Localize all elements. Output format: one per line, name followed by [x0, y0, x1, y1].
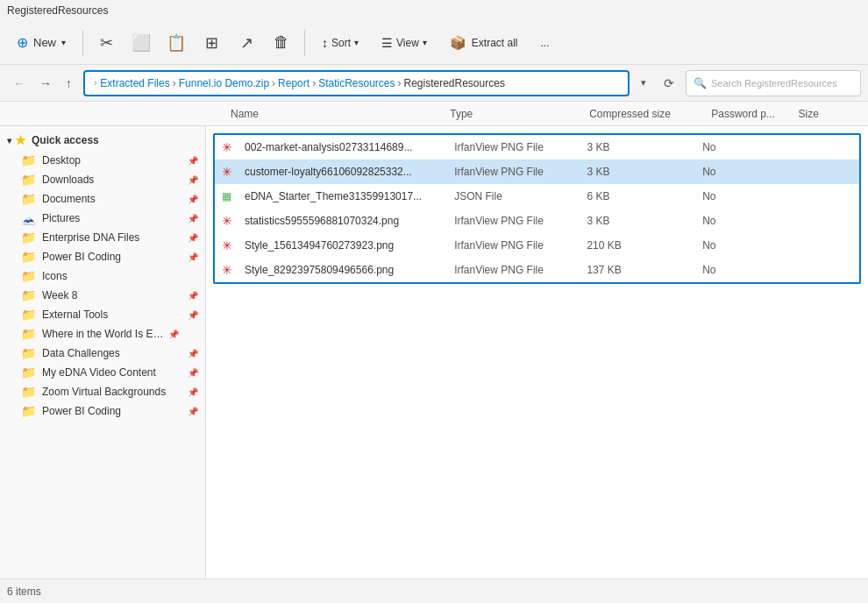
breadcrumb-zip[interactable]: Funnel.io Demo.zip: [179, 77, 269, 89]
file-name: statistics5955596881070324.png: [245, 215, 454, 227]
col-header-name[interactable]: Name: [224, 108, 450, 120]
folder-icon: 📁: [21, 192, 37, 206]
sidebar-item-enterprise-dna[interactable]: 📁 Enterprise DNA Files 📌: [0, 228, 205, 247]
breadcrumb-extracted[interactable]: Extracted Files: [100, 77, 169, 89]
folder-icon: 📁: [21, 327, 37, 341]
search-box[interactable]: 🔍 Search RegisteredResources: [686, 70, 861, 96]
breadcrumb-static[interactable]: StaticResources: [318, 77, 395, 89]
sidebar-item-desktop[interactable]: 📁 Desktop 📌: [0, 151, 205, 170]
table-row[interactable]: ✳ Style_15613494760273923.png IrfanView …: [215, 233, 859, 258]
folder-icon: 📁: [21, 365, 37, 380]
file-list-inner: ✳ 002-market-analysis02733114689... Irfa…: [213, 133, 861, 284]
breadcrumb-report[interactable]: Report: [278, 77, 309, 89]
file-name: customer-loyalty66106092825332...: [245, 166, 454, 178]
sidebar-item-documents[interactable]: 📁 Documents 📌: [0, 189, 205, 209]
sidebar-item-label: Documents: [42, 193, 184, 205]
sort-icon: ↕: [322, 36, 328, 50]
pin-icon: 📌: [188, 233, 198, 243]
share-button[interactable]: ↗: [231, 27, 262, 59]
sidebar-item-data-challenges[interactable]: 📁 Data Challenges 📌: [0, 344, 205, 363]
sidebar-item-label: My eDNA Video Content: [42, 366, 184, 379]
table-row[interactable]: ✳ 002-market-analysis02733114689... Irfa…: [215, 135, 859, 160]
table-row[interactable]: ✳ customer-loyalty66106092825332... Irfa…: [215, 160, 859, 184]
sidebar-item-label: Week 8: [42, 289, 184, 302]
file-type: IrfanView PNG File: [454, 215, 587, 227]
extract-icon: 📦: [450, 35, 466, 51]
folder-icon: 📁: [21, 404, 37, 418]
new-label: New: [33, 36, 56, 49]
sidebar-item-week8[interactable]: 📁 Week 8 📌: [0, 286, 205, 305]
pin-icon: 📌: [188, 252, 198, 262]
paste-button[interactable]: 📋: [160, 27, 192, 59]
toolbar: ⊕ New ▾ ✂ ⬜ 📋 ⊞ ↗ 🗑 ↕ Sort ▾ ☰ View ▾ 📦 …: [0, 21, 868, 65]
file-compressed-size: 210 KB: [587, 239, 702, 252]
sidebar-item-external-tools[interactable]: 📁 External Tools 📌: [0, 305, 205, 324]
file-type: IrfanView PNG File: [454, 166, 587, 178]
sidebar-item-powerbi-coding[interactable]: 📁 Power BI Coding 📌: [0, 247, 205, 266]
file-type: IrfanView PNG File: [454, 264, 587, 276]
forward-button[interactable]: →: [33, 71, 58, 96]
breadcrumb-current[interactable]: RegisteredResources: [404, 77, 505, 89]
cut-button[interactable]: ✂: [90, 27, 122, 59]
file-password: No: [702, 239, 784, 252]
copy-button[interactable]: ⬜: [125, 27, 157, 59]
sidebar-item-label: Where in the World Is Enterpr…: [42, 328, 165, 340]
sidebar-item-label: External Tools: [42, 309, 184, 321]
view-button[interactable]: ☰ View ▾: [372, 25, 437, 61]
main-area: ▾ ★ Quick access 📁 Desktop 📌 📁 Downloads…: [0, 126, 868, 578]
refresh-button[interactable]: ⟳: [658, 71, 680, 96]
sidebar-item-label: Pictures: [42, 212, 184, 224]
title-bar: RegisteredResources: [0, 0, 868, 21]
sort-button[interactable]: ↕ Sort ▾: [312, 25, 368, 61]
pin-icon: 📌: [188, 387, 198, 397]
sidebar-item-pictures[interactable]: 🗻 Pictures 📌: [0, 209, 205, 228]
sidebar-item-powerbi-coding-2[interactable]: 📁 Power BI Coding 📌: [0, 401, 205, 421]
file-compressed-size: 6 KB: [587, 190, 702, 202]
quick-access-header[interactable]: ▾ ★ Quick access: [0, 130, 205, 151]
col-header-size[interactable]: Size: [799, 108, 868, 120]
view-chevron-icon: ▾: [423, 38, 427, 47]
sidebar-item-downloads[interactable]: 📁 Downloads 📌: [0, 170, 205, 189]
plus-icon: ⊕: [17, 34, 28, 51]
dropdown-button[interactable]: ▾: [635, 71, 652, 96]
file-compressed-size: 3 KB: [587, 166, 702, 178]
extract-all-button[interactable]: 📦 Extract all: [440, 25, 528, 61]
up-button[interactable]: ↑: [60, 71, 78, 96]
pin-icon: 📌: [188, 175, 198, 185]
folder-icon: 📁: [21, 346, 37, 360]
folder-icon: 📁: [21, 250, 37, 264]
folder-icon: 📁: [21, 308, 37, 322]
sidebar-item-icons[interactable]: 📁 Icons: [0, 266, 205, 286]
chevron-right-icon: ›: [94, 78, 96, 88]
view-label: View: [396, 37, 419, 49]
search-icon: 🔍: [694, 77, 707, 89]
file-icon: ✳: [222, 140, 239, 154]
separator-2: [304, 30, 305, 56]
col-header-password[interactable]: Password p...: [711, 108, 798, 120]
pin-icon: 📌: [188, 156, 198, 166]
address-box[interactable]: › Extracted Files › Funnel.io Demo.zip ›…: [83, 70, 630, 96]
file-icon: ✳: [222, 214, 239, 228]
sidebar-item-where-in-world[interactable]: 📁 Where in the World Is Enterpr… 📌: [0, 324, 205, 344]
back-button[interactable]: ←: [7, 71, 32, 96]
pin-icon: 📌: [188, 310, 198, 320]
address-bar-area: ← → ↑ › Extracted Files › Funnel.io Demo…: [0, 65, 868, 102]
file-password: No: [702, 264, 784, 276]
col-header-type[interactable]: Type: [450, 108, 589, 120]
col-header-compressed[interactable]: Compressed size: [589, 108, 711, 120]
sidebar-item-label: Desktop: [42, 154, 184, 167]
table-row[interactable]: ✳ Style_82923975809496566.png IrfanView …: [215, 258, 859, 282]
delete-button[interactable]: 🗑: [266, 27, 297, 59]
table-row[interactable]: ▦ eDNA_Starter_Theme31359913017... JSON …: [215, 184, 859, 209]
sidebar-item-label: Power BI Coding: [42, 251, 184, 263]
new-button[interactable]: ⊕ New ▾: [7, 25, 75, 61]
sidebar-item-edna-video[interactable]: 📁 My eDNA Video Content 📌: [0, 363, 205, 382]
view-icon: ☰: [381, 36, 393, 50]
table-row[interactable]: ✳ statistics5955596881070324.png IrfanVi…: [215, 209, 859, 233]
file-name: 002-market-analysis02733114689...: [245, 141, 454, 153]
sidebar-item-zoom-backgrounds[interactable]: 📁 Zoom Virtual Backgrounds 📌: [0, 382, 205, 401]
move-button[interactable]: ⊞: [196, 27, 227, 59]
file-name: eDNA_Starter_Theme31359913017...: [245, 190, 454, 202]
file-password: No: [702, 215, 784, 227]
more-button[interactable]: ...: [531, 25, 559, 61]
